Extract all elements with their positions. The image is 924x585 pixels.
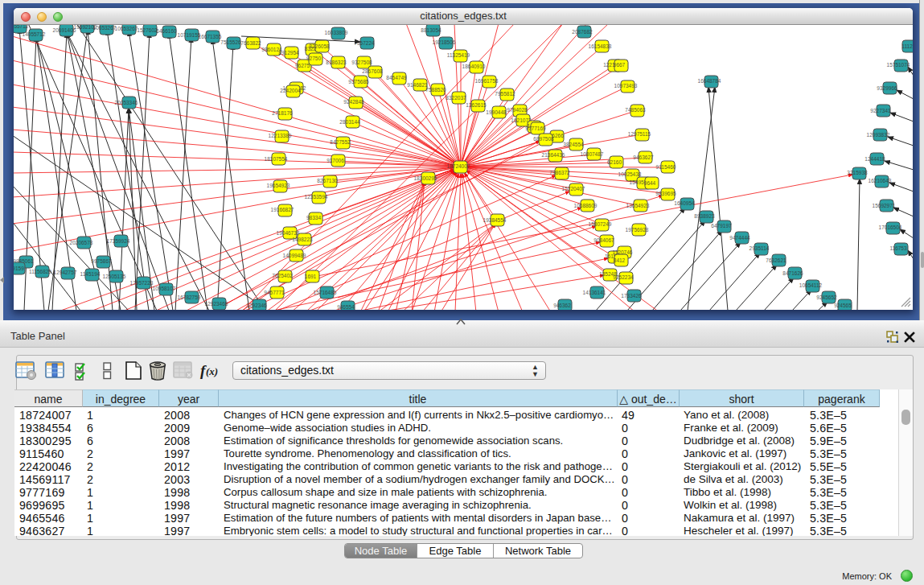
svg-text:946362: 946362 <box>553 303 571 308</box>
svg-text:10958107: 10958107 <box>153 286 176 291</box>
svg-text:92750: 92750 <box>306 56 321 61</box>
svg-text:10653267: 10653267 <box>93 25 117 31</box>
svg-text:16033809: 16033809 <box>325 30 348 35</box>
svg-text:9327508: 9327508 <box>351 60 372 65</box>
svg-text:8471626: 8471626 <box>782 270 803 276</box>
svg-text:18640910: 18640910 <box>462 64 486 69</box>
svg-text:12213389: 12213389 <box>269 133 292 138</box>
svg-text:9084067: 9084067 <box>593 237 614 243</box>
svg-text:1244418: 1244418 <box>864 156 885 162</box>
svg-text:12975115: 12975115 <box>628 131 651 137</box>
svg-text:16210643: 16210643 <box>869 178 892 183</box>
svg-text:3824554: 3824554 <box>563 142 584 147</box>
svg-text:10807487: 10807487 <box>581 151 604 157</box>
svg-text:96275: 96275 <box>295 63 310 68</box>
svg-text:9457771: 9457771 <box>264 290 285 295</box>
svg-text:1733426: 1733426 <box>621 293 642 299</box>
svg-text:18107554: 18107554 <box>265 156 288 162</box>
svg-text:10653267: 10653267 <box>115 26 138 31</box>
svg-text:7986372: 7986372 <box>549 170 570 175</box>
svg-text:9115460: 9115460 <box>656 164 676 170</box>
svg-text:7632621: 7632621 <box>766 257 786 263</box>
svg-text:20206578: 20206578 <box>70 240 93 245</box>
svg-text:20053346: 20053346 <box>115 100 138 105</box>
svg-text:10654112: 10654112 <box>799 282 823 288</box>
svg-text:10973493: 10973493 <box>614 83 638 89</box>
svg-text:7625402: 7625402 <box>272 273 293 278</box>
svg-text:1691: 1691 <box>305 274 317 279</box>
svg-text:1990448: 1990448 <box>486 109 507 115</box>
svg-text:17359924: 17359924 <box>107 238 130 244</box>
svg-text:12505135: 12505135 <box>103 274 126 279</box>
svg-text:14055712: 14055712 <box>23 31 46 37</box>
svg-text:7588520: 7588520 <box>425 87 446 93</box>
svg-text:19654923: 19654923 <box>267 183 290 188</box>
svg-text:9146821: 9146821 <box>407 82 428 88</box>
svg-text:9644: 9644 <box>644 180 656 186</box>
svg-text:18300295: 18300295 <box>414 175 437 181</box>
svg-text:11325419: 11325419 <box>447 52 470 58</box>
svg-text:9839695: 9839695 <box>655 191 676 196</box>
svg-text:6479197: 6479197 <box>711 223 732 229</box>
svg-text:1292346: 1292346 <box>246 303 267 308</box>
svg-text:(x): (x) <box>206 365 218 377</box>
svg-text:16648784: 16648784 <box>698 78 721 84</box>
svg-text:15807249: 15807249 <box>589 221 612 227</box>
svg-text:15716485: 15716485 <box>314 290 337 295</box>
svg-text:7663822: 7663822 <box>240 40 261 46</box>
svg-text:1112: 1112 <box>901 43 913 49</box>
svg-text:20691406: 20691406 <box>53 27 76 33</box>
svg-text:9329966: 9329966 <box>877 85 897 91</box>
svg-text:10719155: 10719155 <box>178 32 201 38</box>
svg-text:21364436: 21364436 <box>542 152 565 158</box>
svg-text:12942757: 12942757 <box>54 270 77 275</box>
svg-text:9245652: 9245652 <box>816 295 837 300</box>
svg-text:98334: 98334 <box>306 215 321 220</box>
svg-text:14099489: 14099489 <box>283 253 306 258</box>
svg-text:15720407: 15720407 <box>562 186 585 192</box>
svg-text:16671355: 16671355 <box>199 34 222 39</box>
svg-text:939159: 939159 <box>14 266 24 271</box>
svg-text:14136141: 14136141 <box>583 290 606 295</box>
svg-text:12093832: 12093832 <box>867 132 890 138</box>
svg-text:1145194: 1145194 <box>80 271 101 277</box>
svg-text:7485063: 7485063 <box>625 107 646 113</box>
svg-text:8912954: 8912954 <box>278 50 299 56</box>
svg-text:1527602: 1527602 <box>137 27 158 33</box>
svg-text:9463627: 9463627 <box>633 154 654 160</box>
svg-text:17016504: 17016504 <box>879 225 902 230</box>
svg-text:2867608: 2867608 <box>362 68 383 74</box>
svg-text:7955812: 7955812 <box>495 91 515 97</box>
svg-text:19384554: 19384554 <box>483 217 507 223</box>
svg-text:9777169: 9777169 <box>525 126 546 131</box>
svg-text:7357224: 7357224 <box>354 40 375 46</box>
svg-text:19166827: 19166827 <box>271 207 294 212</box>
svg-text:6897508: 6897508 <box>533 136 554 142</box>
svg-text:62160: 62160 <box>607 159 622 165</box>
svg-text:14055712: 14055712 <box>14 25 29 29</box>
svg-text:2718176: 2718176 <box>272 110 293 116</box>
svg-text:9375685: 9375685 <box>348 79 369 84</box>
svg-text:946554: 946554 <box>337 304 355 310</box>
svg-text:10025438: 10025438 <box>618 171 642 177</box>
svg-text:9227341: 9227341 <box>870 108 891 113</box>
svg-text:1362615: 1362615 <box>466 102 487 108</box>
svg-text:19218506: 19218506 <box>433 39 456 45</box>
svg-text:1640954: 1640954 <box>674 200 695 206</box>
svg-text:2242004: 2242004 <box>280 88 301 93</box>
svg-text:16961758: 16961758 <box>475 78 499 84</box>
svg-text:8412: 8412 <box>614 257 626 263</box>
svg-text:2935114: 2935114 <box>749 245 770 251</box>
svg-text:8427552: 8427552 <box>330 139 351 145</box>
svg-text:2803144: 2803144 <box>339 119 360 125</box>
svg-text:16154838: 16154838 <box>589 43 612 49</box>
svg-text:8938923: 8938923 <box>694 213 715 219</box>
svg-text:3215938: 3215938 <box>847 170 868 175</box>
svg-text:917006: 917006 <box>326 158 344 163</box>
svg-text:9252234: 9252234 <box>613 274 634 280</box>
svg-text:924565: 924565 <box>834 303 852 308</box>
svg-text:13654923: 13654923 <box>626 203 650 208</box>
svg-text:19046738: 19046738 <box>277 230 300 236</box>
svg-text:9975867: 9975867 <box>91 258 112 264</box>
svg-text:8186323: 8186323 <box>326 60 347 65</box>
